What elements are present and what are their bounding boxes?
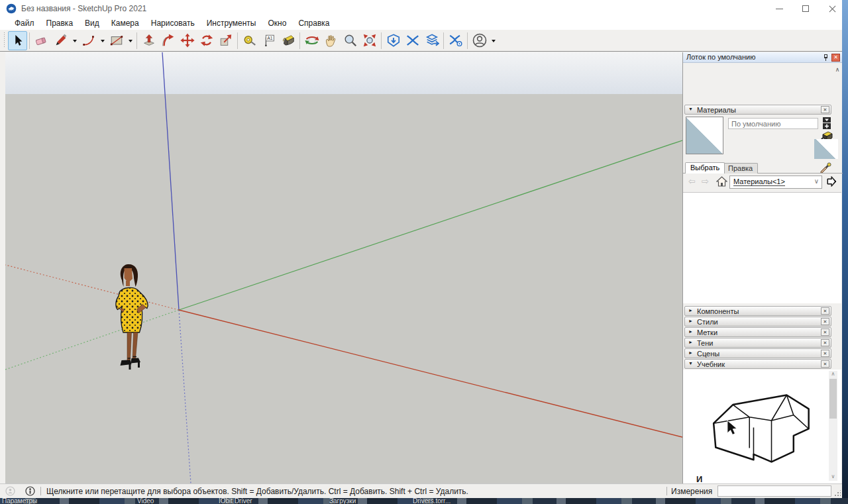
toolbar-grip[interactable] — [3, 32, 6, 48]
menu-draw[interactable]: Нарисовать — [145, 17, 201, 30]
3d-warehouse-button[interactable] — [384, 31, 403, 50]
select-tool[interactable] — [8, 31, 27, 50]
scroll-up-icon[interactable]: ∧ — [829, 371, 837, 377]
sample-paint-eyedropper-icon[interactable] — [820, 161, 831, 173]
tab-edit[interactable]: Правка — [723, 163, 758, 174]
arc-tool-dropdown[interactable] — [98, 31, 107, 50]
pan-tool[interactable] — [321, 31, 341, 50]
rectangle-icon — [109, 33, 124, 48]
taskbar-item[interactable]: Параметры — [2, 498, 37, 504]
menu-view[interactable]: Вид — [79, 17, 105, 30]
account-dropdown[interactable] — [489, 31, 498, 50]
material-collection-combobox[interactable]: Материалы<1> ∨ — [729, 176, 822, 189]
move-tool[interactable] — [178, 31, 197, 50]
section-header-tags[interactable]: ► Метки ✕ — [684, 327, 831, 337]
material-name-field[interactable] — [728, 118, 818, 129]
scroll-down-icon[interactable]: ∨ — [829, 474, 837, 479]
extension-manager-icon — [449, 33, 463, 48]
section-title: Стили — [697, 318, 718, 326]
maximize-button[interactable] — [793, 0, 820, 17]
menu-camera[interactable]: Камера — [105, 17, 145, 30]
section-close-button[interactable]: ✕ — [821, 350, 829, 357]
expand-arrow-icon: ► — [688, 350, 693, 355]
section-close-button[interactable]: ✕ — [821, 307, 829, 315]
arc-tool[interactable] — [79, 31, 98, 50]
section-close-button[interactable]: ✕ — [821, 360, 829, 368]
forward-arrow-icon[interactable]: ⇨ — [702, 176, 709, 186]
text-tool-badge: A1 — [267, 36, 273, 40]
details-arrow-icon[interactable] — [826, 176, 837, 188]
line-tool[interactable] — [51, 31, 70, 50]
modeling-viewport[interactable] — [5, 52, 682, 483]
back-arrow-icon[interactable]: ⇦ — [688, 176, 696, 186]
taskbar-item[interactable]: Drivers.torr... — [413, 498, 450, 504]
section-header-components[interactable]: ► Компоненты ✕ — [684, 306, 831, 316]
tape-measure-tool[interactable] — [240, 31, 259, 50]
text-tool[interactable]: A1 — [259, 31, 278, 50]
extension-warehouse-button[interactable] — [403, 31, 422, 50]
scrollbar-thumb[interactable] — [829, 379, 837, 419]
zoom-extents-tool[interactable] — [360, 31, 379, 50]
menu-tools[interactable]: Инструменты — [201, 17, 262, 30]
section-header-shadows[interactable]: ► Тени ✕ — [684, 338, 831, 348]
rectangle-tool-dropdown[interactable] — [126, 31, 134, 50]
section-close-button[interactable]: ✕ — [821, 106, 829, 113]
taskbar-item[interactable]: IObit Driver — [219, 498, 252, 504]
section-close-button[interactable]: ✕ — [821, 328, 829, 336]
paint-bucket-icon — [281, 33, 295, 48]
select-cursor-icon — [11, 33, 25, 48]
eraser-tool[interactable] — [32, 31, 51, 50]
line-tool-dropdown[interactable] — [70, 31, 79, 50]
share-model-icon — [425, 33, 439, 48]
rectangle-tool[interactable] — [107, 31, 126, 50]
extension-manager-button[interactable] — [446, 31, 465, 50]
section-close-button[interactable]: ✕ — [821, 339, 829, 346]
geolocation-status-icon[interactable] — [5, 486, 15, 496]
offset-tool[interactable] — [216, 31, 235, 50]
measurements-input[interactable] — [717, 485, 831, 497]
section-header-styles[interactable]: ► Стили ✕ — [684, 317, 831, 327]
orbit-tool[interactable] — [302, 31, 321, 50]
paint-bucket-tool[interactable] — [278, 31, 297, 50]
share-model-button[interactable] — [422, 31, 441, 50]
pin-icon[interactable] — [823, 54, 829, 61]
sketchup-logo-icon — [6, 3, 17, 14]
taskbar-item[interactable]: Video — [137, 498, 154, 504]
person-figure[interactable] — [110, 263, 160, 377]
tray-close-button[interactable]: ✕ — [831, 54, 840, 62]
push-pull-icon — [142, 33, 156, 48]
taskbar-item[interactable]: Загрузки — [329, 498, 356, 504]
home-icon[interactable] — [716, 176, 727, 187]
instructor-panel: ∧ ∨ И — [683, 370, 841, 483]
materials-list-area[interactable] — [683, 192, 841, 303]
move-icon — [180, 33, 195, 48]
info-status-icon[interactable] — [25, 486, 35, 496]
account-button[interactable] — [470, 31, 489, 50]
follow-me-tool[interactable] — [158, 31, 178, 50]
menu-edit[interactable]: Правка — [40, 17, 80, 30]
section-close-button[interactable]: ✕ — [821, 318, 829, 325]
text-icon: A1 — [262, 33, 276, 48]
section-header-scenes[interactable]: ► Сцены ✕ — [684, 348, 831, 358]
status-separator — [40, 487, 41, 495]
tab-select[interactable]: Выбрать — [685, 162, 725, 174]
rotate-tool[interactable] — [197, 31, 216, 50]
zoom-tool[interactable] — [341, 31, 360, 50]
menu-file[interactable]: Файл — [9, 17, 40, 30]
section-header-instructor[interactable]: ▼ Учебник ✕ — [684, 359, 831, 369]
minimize-button[interactable] — [767, 0, 793, 17]
menu-help[interactable]: Справка — [292, 17, 335, 30]
tray-header[interactable]: Лоток по умолчанию ✕ — [683, 52, 842, 63]
in-model-material-thumbnail[interactable] — [814, 139, 838, 159]
instructor-scrollbar[interactable]: ∧ ∨ — [829, 371, 837, 481]
section-header-materials[interactable]: ▼ Материалы ✕ — [684, 105, 831, 115]
menu-window[interactable]: Окно — [262, 17, 292, 30]
resize-grip[interactable] — [834, 490, 841, 497]
instructor-house-illustration — [703, 386, 822, 472]
tray-scroll-up-arrow[interactable]: ∧ — [833, 66, 841, 74]
default-tray: Лоток по умолчанию ✕ ∧ ▼ Материалы ✕ — [682, 52, 842, 483]
push-pull-tool[interactable] — [139, 31, 158, 50]
follow-me-icon — [161, 33, 176, 48]
secondary-pane-toggle-icon[interactable] — [822, 117, 831, 130]
close-button[interactable] — [820, 0, 846, 17]
